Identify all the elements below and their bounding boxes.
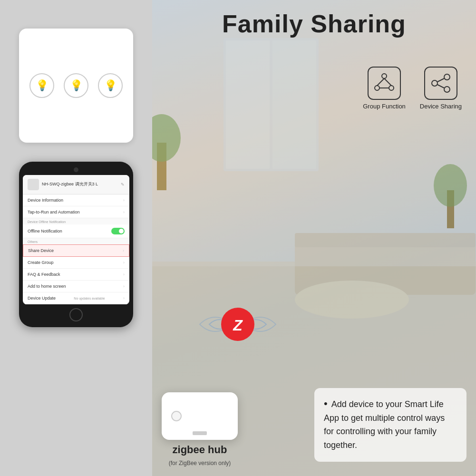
touch-switch-device: 💡 💡 💡 <box>19 29 133 143</box>
chevron-home-screen: › <box>123 284 125 289</box>
svg-point-12 <box>382 74 387 78</box>
chevron-share-device: › <box>123 248 124 253</box>
svg-point-18 <box>444 74 450 80</box>
bulb-icon-2: 💡 <box>70 79 83 92</box>
chevron-device-info: › <box>123 198 125 203</box>
svg-point-6 <box>295 281 409 319</box>
menu-label-update: Device Update <box>28 296 56 301</box>
menu-label-share-device: Share Device <box>28 248 54 253</box>
description-text: • Add device to your Smart Life App to g… <box>324 398 457 452</box>
menu-label-faq: FAQ & Feedback <box>28 272 60 277</box>
svg-line-21 <box>437 78 444 82</box>
right-panel: Family Sharing Group Function <box>152 0 476 476</box>
no-update-text: No updates available <box>74 297 105 300</box>
menu-item-offline[interactable]: Offline Notification <box>23 224 129 238</box>
switch-btn-3[interactable]: 💡 <box>98 73 123 98</box>
bulb-icon-3: 💡 <box>104 79 117 92</box>
chevron-faq: › <box>123 272 125 277</box>
menu-item-create-group[interactable]: Create Group › <box>23 257 129 269</box>
device-sharing-item: Device Sharing <box>420 67 462 110</box>
offline-toggle[interactable] <box>111 228 125 234</box>
chevron-tap-run: › <box>123 210 125 214</box>
edit-icon[interactable]: ✎ <box>121 182 125 187</box>
description-box: • Add device to your Smart Life App to g… <box>314 388 466 462</box>
svg-point-11 <box>434 164 467 207</box>
zigbee-hub-subtitle: (for ZigBee version only) <box>169 460 231 466</box>
menu-item-update[interactable]: Device Update No updates available › <box>23 292 129 304</box>
menu-item-faq[interactable]: FAQ & Feedback › <box>23 269 129 281</box>
hub-section: zigbee hub (for ZigBee version only) <box>162 392 238 466</box>
zigbee-hub-device <box>162 392 238 440</box>
signal-waves-svg: Z <box>190 289 285 360</box>
phone-bottom <box>23 308 129 321</box>
section-offline: Device Offline Notification <box>23 218 129 224</box>
menu-item-share-device[interactable]: Share Device › <box>23 244 129 257</box>
svg-text:Z: Z <box>233 317 243 334</box>
home-button[interactable] <box>69 308 83 321</box>
page-title: Family Sharing <box>152 10 476 38</box>
svg-line-22 <box>437 85 444 88</box>
svg-point-14 <box>389 86 394 90</box>
menu-item-home-screen[interactable]: Add to home screen › <box>23 281 129 292</box>
menu-label-create-group: Create Group <box>28 260 54 265</box>
phone-header: NH-SWQ-zigbee 调光开关3 L ✎ <box>23 175 129 194</box>
switch-btn-1[interactable]: 💡 <box>29 73 54 98</box>
device-sharing-icon-box <box>424 67 457 100</box>
menu-item-tap-run[interactable]: Tap-to-Run and Automation › <box>23 206 129 218</box>
phone-camera <box>74 167 78 172</box>
svg-line-16 <box>384 78 391 86</box>
phone-mockup: NH-SWQ-zigbee 调光开关3 L ✎ Device Informati… <box>19 162 133 327</box>
device-icon <box>28 179 39 190</box>
left-panel: 💡 💡 💡 NH-SWQ-zigbee 调光开关3 L ✎ Device I <box>0 0 152 476</box>
menu-item-device-info[interactable]: Device Information › <box>23 194 129 206</box>
switch-btn-2[interactable]: 💡 <box>64 73 88 98</box>
menu-label-device-info: Device Information <box>28 198 63 203</box>
group-function-label: Group Function <box>363 103 406 110</box>
group-function-icon-box <box>368 67 401 100</box>
svg-line-15 <box>377 78 384 86</box>
bullet-point: • <box>324 398 328 409</box>
section-others: Others <box>23 238 129 244</box>
switch-buttons: 💡 💡 💡 <box>29 73 123 98</box>
svg-rect-7 <box>152 0 476 266</box>
phone-screen: NH-SWQ-zigbee 调光开关3 L ✎ Device Informati… <box>23 175 129 304</box>
zigbee-hub-title: zigbee hub <box>173 444 227 456</box>
chevron-update: › <box>123 296 125 301</box>
phone-camera-area <box>23 167 129 172</box>
group-function-icon <box>372 71 396 95</box>
chevron-create-group: › <box>123 260 125 265</box>
signal-area: Z <box>190 289 285 362</box>
menu-label-offline: Offline Notification <box>28 229 62 233</box>
svg-point-13 <box>375 86 379 90</box>
description-content: Add device to your Smart Life App to get… <box>324 399 445 450</box>
menu-label-home-screen: Add to home screen <box>28 284 66 289</box>
device-sharing-icon <box>429 71 453 95</box>
device-name: NH-SWQ-zigbee 调光开关3 L <box>42 182 118 187</box>
svg-point-20 <box>444 87 450 92</box>
group-function-item: Group Function <box>363 67 406 110</box>
bulb-icon-1: 💡 <box>36 79 49 92</box>
hub-power-button <box>171 411 182 421</box>
menu-label-tap-run: Tap-to-Run and Automation <box>28 210 80 214</box>
device-sharing-label: Device Sharing <box>420 103 462 110</box>
hub-port <box>193 431 207 435</box>
svg-point-19 <box>432 80 437 86</box>
icons-row: Group Function Device Sharing <box>363 67 462 110</box>
